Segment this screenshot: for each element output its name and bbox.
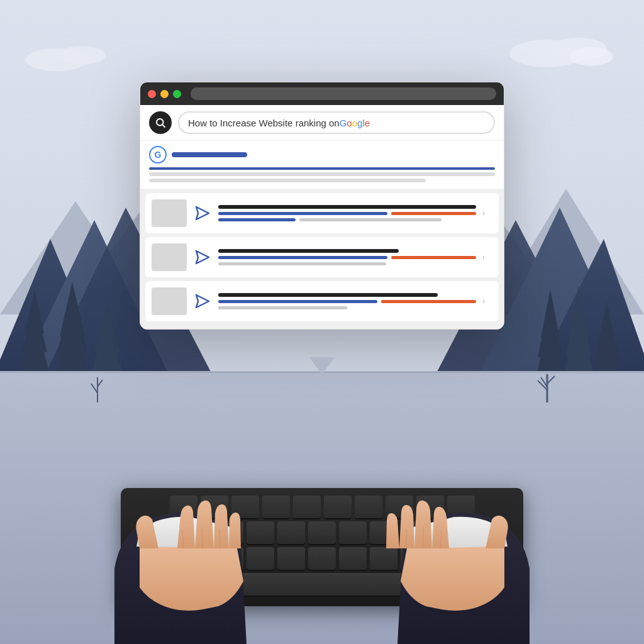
- google-g-letter: G: [155, 150, 162, 160]
- svg-marker-49: [196, 207, 209, 219]
- result-arrow-2: [193, 248, 212, 267]
- result-thumb-1: [152, 199, 187, 227]
- result-line-orange-1: [391, 212, 476, 215]
- connector-arrow: [309, 357, 335, 375]
- search-bar-row: How to Increase Website ranking on Googl…: [140, 105, 504, 141]
- result-line-dark-1: [218, 205, 476, 209]
- maximize-button[interactable]: [173, 90, 181, 98]
- results-header: G: [140, 141, 504, 189]
- result-row-3: [218, 218, 476, 221]
- arrow-icon-3: [194, 292, 211, 310]
- hands-svg: [102, 405, 542, 644]
- arrow-icon-1: [194, 204, 211, 222]
- result-item-1[interactable]: ›: [145, 193, 499, 233]
- g-red2: e: [365, 118, 370, 128]
- result-line-blue-2: [218, 256, 387, 259]
- google-g-row: G: [149, 146, 495, 164]
- svg-point-3: [569, 47, 613, 66]
- google-g-icon: G: [149, 146, 167, 164]
- result-row-3-3: [218, 306, 476, 309]
- result-line-blue-3: [218, 300, 377, 303]
- hands-wrapper: [102, 405, 542, 644]
- result-lines-3: [218, 293, 476, 309]
- search-input[interactable]: How to Increase Website ranking on Googl…: [178, 111, 495, 134]
- result-line-blue-1: [218, 212, 387, 215]
- browser-window: How to Increase Website ranking on Googl…: [140, 82, 504, 330]
- result-line-dark-2: [218, 249, 399, 253]
- connector-arrow-shape: [309, 357, 335, 375]
- g-blue: G: [340, 118, 347, 128]
- result-line-dark-3: [218, 293, 438, 297]
- gray-bar-1: [149, 172, 495, 176]
- result-line-orange-2: [391, 256, 476, 259]
- result-row-2-3: [218, 300, 476, 303]
- result-row-2: [218, 212, 476, 215]
- search-text-prefix: How to Increase Website ranking on: [188, 118, 340, 128]
- result-thumb-2: [152, 243, 187, 271]
- close-button[interactable]: [148, 90, 156, 98]
- arrow-icon-2: [194, 248, 211, 266]
- svg-point-47: [157, 119, 164, 126]
- result-item-3[interactable]: ›: [145, 281, 499, 321]
- result-lines-1: [218, 205, 476, 221]
- result-arrow-3: [193, 292, 212, 311]
- minimize-button[interactable]: [160, 90, 169, 98]
- result-line-gray-2: [218, 262, 386, 265]
- result-item-2[interactable]: ›: [145, 237, 499, 277]
- g-yellow: o: [352, 118, 357, 128]
- result-row-3-2: [218, 262, 476, 265]
- browser-frame: How to Increase Website ranking on Googl…: [140, 82, 504, 330]
- blue-divider: [149, 167, 495, 170]
- result-row-2-2: [218, 256, 476, 259]
- search-icon: [155, 117, 166, 128]
- svg-marker-50: [196, 251, 209, 264]
- svg-marker-51: [196, 295, 209, 308]
- url-bar[interactable]: [191, 87, 496, 100]
- g-red: o: [347, 118, 352, 128]
- result-lines-2: [218, 249, 476, 265]
- result-arrow-1: [193, 204, 212, 223]
- svg-point-5: [58, 46, 106, 65]
- result-thumb-3: [152, 287, 187, 315]
- result-chevron-1: ›: [482, 208, 492, 218]
- search-google-text: Google: [340, 118, 370, 128]
- result-line-orange-3: [381, 300, 477, 303]
- results-list: ›: [140, 189, 504, 329]
- result-chevron-3: ›: [482, 296, 492, 306]
- result-chevron-2: ›: [482, 252, 492, 262]
- browser-titlebar: [140, 82, 504, 105]
- result-line-blue-short-1: [218, 218, 296, 221]
- header-bar: [172, 152, 247, 157]
- svg-line-48: [162, 125, 165, 127]
- gray-bar-2: [149, 179, 426, 182]
- result-line-gray-1: [299, 218, 441, 221]
- search-icon-circle[interactable]: [149, 111, 172, 134]
- result-line-gray-3: [218, 306, 347, 309]
